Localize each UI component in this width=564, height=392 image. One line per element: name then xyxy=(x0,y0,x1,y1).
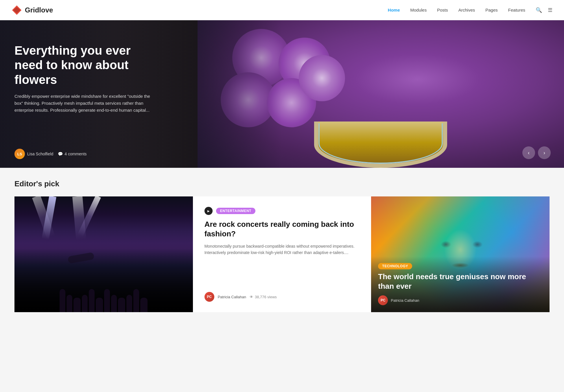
logo-icon xyxy=(12,5,22,15)
nav-item-home[interactable]: Home xyxy=(388,8,400,12)
tag-entertainment[interactable]: ENTERTAINMENT xyxy=(216,208,255,214)
hero-comments[interactable]: 💬 4 comments xyxy=(58,152,86,156)
card-rock-views: 👁 38,776 views xyxy=(250,295,277,299)
card-rock-title[interactable]: Are rock concerts really coming back int… xyxy=(204,220,360,238)
card-technology[interactable]: TECHNOLOGY The world needs true geniuses… xyxy=(371,196,550,312)
card-overlay-content: TECHNOLOGY The world needs true geniuses… xyxy=(371,256,550,312)
eye-icon: 👁 xyxy=(250,295,253,299)
card-tech-author-avatar: PC xyxy=(378,295,388,305)
tech-tag-wrapper: TECHNOLOGY xyxy=(378,263,543,268)
card-article-rock: ▶ ENTERTAINMENT Are rock concerts really… xyxy=(193,196,371,312)
crowd-fig xyxy=(89,289,95,312)
card-tags: ▶ ENTERTAINMENT xyxy=(204,207,360,215)
nav: Home Modules Posts Archives Pages Featur… xyxy=(388,7,552,13)
crowd-fig xyxy=(126,295,132,312)
card-rock-view-count: 38,776 views xyxy=(255,295,277,299)
card-tech-meta: PC Patricia Callahan xyxy=(378,295,543,305)
menu-icon[interactable]: ☰ xyxy=(548,7,552,13)
crowd-fig xyxy=(111,295,117,312)
comment-icon: 💬 xyxy=(58,152,63,156)
tag-technology[interactable]: TECHNOLOGY xyxy=(378,263,412,269)
crowd-fig xyxy=(118,298,125,312)
editors-pick-title: Editor's pick xyxy=(14,179,550,188)
crowd-fig xyxy=(140,298,148,312)
hero-excerpt: Credibly empower enterprise wide mindsha… xyxy=(14,93,159,114)
nav-item-archives[interactable]: Archives xyxy=(458,8,475,12)
flower-cluster-5 xyxy=(299,55,345,101)
editors-pick-section: Editor's pick xyxy=(0,168,564,324)
hero-author-avatar: LS xyxy=(14,149,25,159)
card-rock-author-name: Patricia Callahan xyxy=(218,295,246,299)
card-rock-excerpt: Monotonectally pursue backward-compatibl… xyxy=(204,243,360,256)
nav-item-modules[interactable]: Modules xyxy=(410,8,427,12)
hero-title[interactable]: Everything you ever need to know about f… xyxy=(14,43,159,87)
bowl-inner-border xyxy=(318,123,443,164)
hero-next-button[interactable]: › xyxy=(538,146,551,159)
crowd-fig xyxy=(73,298,81,312)
crowd-fig xyxy=(82,295,88,312)
hero-prev-button[interactable]: ‹ xyxy=(522,146,535,159)
hero-content: Everything you ever need to know about f… xyxy=(14,43,159,122)
hero-author-name[interactable]: Lisa Scholfield xyxy=(27,152,53,156)
nav-item-posts[interactable]: Posts xyxy=(437,8,448,12)
header: Gridlove Home Modules Posts Archives Pag… xyxy=(0,0,564,20)
card-rock-author-avatar: PC xyxy=(204,292,214,302)
logo-text: Gridlove xyxy=(25,6,53,14)
crowd-fig xyxy=(133,289,139,312)
nav-icons: 🔍 ☰ xyxy=(536,7,552,13)
crowd-fig xyxy=(60,289,65,312)
card-tech-title[interactable]: The world needs true geniuses now more t… xyxy=(378,272,543,291)
card-rock-meta: PC Patricia Callahan 👁 38,776 views xyxy=(204,292,360,302)
hero-comments-count: 4 comments xyxy=(64,152,86,156)
hero-slider: Everything you ever need to know about f… xyxy=(0,20,564,168)
svg-marker-1 xyxy=(13,7,20,13)
hero-meta: LS Lisa Scholfield 💬 4 comments xyxy=(14,149,87,159)
hero-author: LS Lisa Scholfield xyxy=(14,149,53,159)
crowd-figures xyxy=(14,254,193,312)
nav-item-features[interactable]: Features xyxy=(508,8,525,12)
crowd-fig xyxy=(67,295,72,312)
play-button[interactable]: ▶ xyxy=(204,207,213,215)
concert-image xyxy=(14,196,193,312)
crowd-fig xyxy=(96,298,103,312)
editors-pick-grid: ▶ ENTERTAINMENT Are rock concerts really… xyxy=(14,196,550,312)
card-concert[interactable] xyxy=(14,196,193,312)
crowd-fig xyxy=(104,289,110,312)
logo[interactable]: Gridlove xyxy=(12,5,53,15)
search-icon[interactable]: 🔍 xyxy=(536,7,542,13)
nav-item-pages[interactable]: Pages xyxy=(485,8,498,12)
card-tech-author-name: Patricia Callahan xyxy=(391,298,419,303)
